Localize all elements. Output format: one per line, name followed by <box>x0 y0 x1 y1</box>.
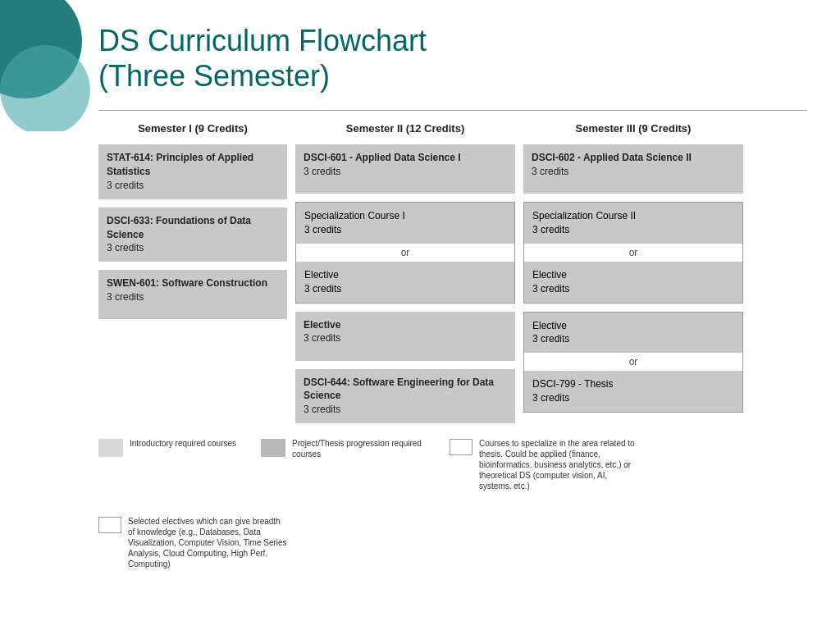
or-label: or <box>524 244 742 262</box>
legend-box-light <box>98 439 123 457</box>
combo-top-name: Specialization Course II <box>532 209 734 223</box>
semester1-column: STAT-614: Principles of Applied Statisti… <box>98 144 287 319</box>
course-stat614: STAT-614: Principles of Applied Statisti… <box>98 144 287 199</box>
course-name: DSCI-644: Software Engineering for Data … <box>304 376 507 404</box>
combo-bottom: Elective 3 credits <box>296 262 514 303</box>
flowchart-container: Semester I (9 Credits) Semester II (12 C… <box>0 122 840 423</box>
sem3-label: Semester III (9 Credits) <box>576 122 692 135</box>
combo-bottom-credits: 3 credits <box>304 282 506 296</box>
sem3-header: Semester III (9 Credits) <box>523 122 743 135</box>
legend-item-introductory: Introductory required courses <box>98 438 236 491</box>
legend-box-medium <box>261 439 285 457</box>
combo-top-credits: 3 credits <box>532 332 734 346</box>
course-credits: 3 credits <box>304 331 507 345</box>
legend-box-outline-2 <box>98 517 121 533</box>
course-dsci601: DSCI-601 - Applied Data Science I 3 cred… <box>295 144 515 194</box>
legend-item-electives: Selected electives which can give breadt… <box>98 516 287 569</box>
course-name: DSCI-601 - Applied Data Science I <box>304 151 507 165</box>
legend-section: Introductory required courses Project/Th… <box>0 423 840 569</box>
title-line1: DS Curriculum Flowchart <box>98 24 427 57</box>
course-name: SWEN-601: Software Construction <box>107 276 279 290</box>
course-swen601: SWEN-601: Software Construction 3 credit… <box>98 270 287 319</box>
legend-box-outline <box>450 439 472 455</box>
or-label: or <box>296 244 514 262</box>
combo-top-credits: 3 credits <box>304 223 506 237</box>
combo-top: Specialization Course II 3 credits <box>524 203 742 244</box>
combo-bottom-name: Elective <box>532 268 734 282</box>
sem2-spec-elective-combo: Specialization Course I 3 credits or Ele… <box>295 202 515 303</box>
semester2-column: DSCI-601 - Applied Data Science I 3 cred… <box>295 144 515 423</box>
sem3-spec-elective-combo: Specialization Course II 3 credits or El… <box>523 202 743 303</box>
combo-bottom-credits: 3 credits <box>532 391 734 405</box>
combo-bottom: Elective 3 credits <box>524 262 742 303</box>
sem1-header: Semester I (9 Credits) <box>98 122 287 135</box>
combo-bottom: DSCI-799 - Thesis 3 credits <box>524 371 742 412</box>
combo-top: Elective 3 credits <box>524 313 742 354</box>
course-credits: 3 credits <box>304 403 507 417</box>
sem2-header: Semester II (12 Credits) <box>295 122 515 135</box>
title-section: DS Curriculum Flowchart (Three Semester) <box>0 0 840 102</box>
legend-item-specialization: Courses to specialize in the area relate… <box>450 438 638 491</box>
semester-headers: Semester I (9 Credits) Semester II (12 C… <box>98 122 807 135</box>
combo-top-name: Elective <box>532 319 734 333</box>
or-label: or <box>524 353 742 371</box>
legend-text: Project/Thesis progression required cour… <box>292 438 425 459</box>
course-name: DSCI-633: Foundations of Data Science <box>107 214 279 242</box>
combo-top-name: Specialization Course I <box>304 209 506 223</box>
combo-bottom-name: DSCI-799 - Thesis <box>532 377 734 391</box>
page-title: DS Curriculum Flowchart (Three Semester) <box>98 23 807 94</box>
sem1-label: Semester I (9 Credits) <box>138 122 248 135</box>
course-credits: 3 credits <box>107 290 279 304</box>
courses-grid: STAT-614: Principles of Applied Statisti… <box>98 144 807 423</box>
title-line2: (Three Semester) <box>98 59 330 93</box>
course-credits: 3 credits <box>107 179 279 193</box>
legend-text: Introductory required courses <box>130 438 236 449</box>
legend-item-thesis-progression: Project/Thesis progression required cour… <box>261 438 425 491</box>
course-name: DSCI-602 - Applied Data Science II <box>532 151 735 165</box>
course-credits: 3 credits <box>107 241 279 255</box>
combo-top: Specialization Course I 3 credits <box>296 203 514 244</box>
combo-top-credits: 3 credits <box>532 223 734 237</box>
semester3-column: DSCI-602 - Applied Data Science II 3 cre… <box>523 144 743 412</box>
course-credits: 3 credits <box>532 165 735 179</box>
divider <box>98 110 807 111</box>
sem3-elective-thesis-combo: Elective 3 credits or DSCI-799 - Thesis … <box>523 312 743 413</box>
combo-bottom-name: Elective <box>304 268 506 282</box>
legend-text: Courses to specialize in the area relate… <box>479 438 638 491</box>
legend-text: Selected electives which can give breadt… <box>128 516 287 569</box>
course-name: Elective <box>304 318 507 332</box>
course-dsci633: DSCI-633: Foundations of Data Science 3 … <box>98 208 287 262</box>
course-dsci602: DSCI-602 - Applied Data Science II 3 cre… <box>523 144 743 194</box>
course-sem2-elective: Elective 3 credits <box>295 312 515 361</box>
course-name: STAT-614: Principles of Applied Statisti… <box>107 151 279 179</box>
course-dsci644: DSCI-644: Software Engineering for Data … <box>295 369 515 423</box>
combo-bottom-credits: 3 credits <box>532 282 734 296</box>
course-credits: 3 credits <box>304 165 507 179</box>
sem2-label: Semester II (12 Credits) <box>346 122 465 135</box>
